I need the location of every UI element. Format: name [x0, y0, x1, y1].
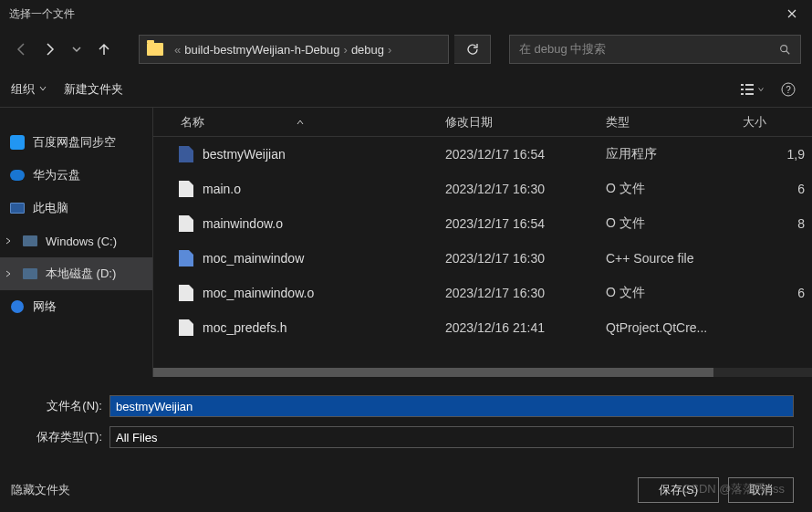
breadcrumb-seg1[interactable]: build-bestmyWeijian-h-Debug [184, 43, 339, 57]
svg-rect-1 [741, 84, 744, 86]
file-name: bestmyWeijian [203, 147, 286, 162]
view-mode-button[interactable] [739, 78, 765, 100]
toolbar: 组织 新建文件夹 ? [0, 71, 812, 108]
file-row[interactable]: moc_mainwindow.o2023/12/17 16:30O 文件6 [153, 276, 812, 310]
file-name: mainwindow.o [203, 216, 283, 231]
sidebar: 百度网盘同步空华为云盘此电脑Windows (C:)本地磁盘 (D:)网络 [0, 108, 153, 377]
help-button[interactable]: ? [776, 78, 801, 100]
sidebar-item-label: 网络 [33, 298, 57, 315]
close-button[interactable] [771, 0, 812, 27]
nav-forward[interactable] [38, 38, 60, 60]
cloud-blue-icon [9, 134, 26, 151]
window-title: 选择一个文件 [9, 6, 75, 22]
arrow-left-icon [15, 42, 29, 57]
filetype-input[interactable] [109, 426, 794, 448]
sidebar-item[interactable]: 网络 [0, 290, 152, 323]
file-date: 2023/12/17 16:54 [445, 147, 606, 162]
file-date: 2023/12/17 16:30 [445, 182, 606, 196]
save-button[interactable]: 保存(S) [638, 477, 719, 503]
file-row[interactable]: moc_mainwindow2023/12/17 16:30C++ Source… [153, 241, 812, 276]
arrow-right-icon [42, 42, 57, 57]
svg-point-0 [781, 46, 787, 52]
folder-icon [147, 43, 163, 56]
svg-rect-6 [745, 93, 754, 95]
pc-icon [9, 200, 26, 216]
file-icon [179, 319, 193, 336]
sidebar-item-label: 本地磁盘 (D:) [46, 266, 116, 282]
file-date: 2023/12/17 16:54 [445, 216, 606, 231]
chevron-right-icon: › [344, 43, 348, 57]
search-input[interactable]: 在 debug 中搜索 [509, 35, 801, 64]
col-date-header[interactable]: 修改日期 [445, 114, 606, 131]
chevron-right-icon: › [388, 43, 391, 57]
file-name: moc_mainwindow.o [203, 286, 314, 300]
file-icon [179, 215, 193, 232]
file-row[interactable]: mainwindow.o2023/12/17 16:54O 文件8 [153, 206, 812, 241]
main-area: 百度网盘同步空华为云盘此电脑Windows (C:)本地磁盘 (D:)网络 名称… [0, 108, 812, 377]
col-size-header[interactable]: 大小 [743, 114, 812, 131]
search-icon [778, 43, 791, 56]
file-size: 8 [743, 216, 812, 231]
sidebar-item[interactable]: Windows (C:) [0, 225, 152, 257]
file-row[interactable]: main.o2023/12/17 16:30O 文件6 [153, 172, 812, 206]
sidebar-item[interactable]: 本地磁盘 (D:) [0, 257, 152, 290]
file-type: 应用程序 [606, 146, 743, 162]
nav-recent[interactable] [66, 38, 88, 60]
refresh-button[interactable] [454, 35, 491, 64]
breadcrumb-prefix: « [174, 43, 181, 57]
svg-rect-3 [741, 89, 744, 90]
sidebar-item[interactable]: 此电脑 [0, 192, 152, 225]
sidebar-item[interactable]: 百度网盘同步空 [0, 126, 152, 159]
expand-icon[interactable] [2, 270, 15, 277]
chevron-down-icon [69, 42, 84, 57]
new-folder-button[interactable]: 新建文件夹 [64, 81, 123, 98]
file-row[interactable]: moc_predefs.h2023/12/16 21:41QtProject.Q… [153, 310, 812, 345]
file-type: O 文件 [606, 285, 743, 301]
chevron-down-icon [757, 81, 765, 98]
chevron-down-icon [38, 84, 47, 93]
footer: 隐藏文件夹 保存(S) 取消 [0, 465, 812, 512]
sidebar-item[interactable]: 华为云盘 [0, 159, 152, 192]
horizontal-scrollbar[interactable] [153, 368, 812, 377]
file-size: 6 [743, 182, 812, 196]
cancel-button[interactable]: 取消 [728, 477, 794, 503]
net-icon [9, 298, 26, 315]
nav-up[interactable] [93, 38, 115, 60]
sidebar-item-label: Windows (C:) [46, 235, 117, 248]
file-pane: 名称 修改日期 类型 大小 bestmyWeijian2023/12/17 16… [153, 108, 812, 377]
drive-icon [22, 266, 38, 282]
close-icon [787, 9, 796, 18]
filename-label: 文件名(N): [18, 398, 109, 414]
help-icon: ? [780, 81, 796, 98]
scroll-thumb[interactable] [153, 368, 713, 377]
titlebar: 选择一个文件 [0, 0, 812, 27]
filename-input[interactable] [109, 395, 794, 417]
breadcrumb[interactable]: « build-bestmyWeijian-h-Debug › debug › [139, 35, 449, 64]
file-type: C++ Source file [606, 251, 743, 266]
refresh-icon [465, 42, 480, 57]
organize-menu[interactable]: 组织 [11, 81, 47, 98]
file-row[interactable]: bestmyWeijian2023/12/17 16:54应用程序1,9 [153, 137, 812, 172]
col-name-header[interactable]: 名称 [153, 114, 445, 131]
file-name: moc_mainwindow [203, 251, 304, 266]
nav-back[interactable] [11, 38, 33, 60]
svg-rect-4 [745, 89, 754, 90]
hide-folders-link[interactable]: 隐藏文件夹 [11, 482, 70, 498]
expand-icon[interactable] [2, 237, 15, 245]
svg-text:?: ? [786, 85, 791, 95]
breadcrumb-seg2[interactable]: debug [351, 43, 384, 57]
file-type: O 文件 [606, 181, 743, 197]
navbar: « build-bestmyWeijian-h-Debug › debug › … [0, 27, 812, 71]
svg-rect-2 [745, 84, 754, 86]
sidebar-item-label: 此电脑 [33, 200, 68, 216]
col-type-header[interactable]: 类型 [606, 114, 743, 131]
cloud-hw-icon [9, 167, 26, 183]
drive-icon [22, 233, 38, 249]
file-list: bestmyWeijian2023/12/17 16:54应用程序1,9main… [153, 137, 812, 345]
sidebar-item-label: 百度网盘同步空 [33, 134, 116, 151]
file-icon [179, 285, 193, 301]
sidebar-item-label: 华为云盘 [33, 167, 80, 183]
column-header: 名称 修改日期 类型 大小 [153, 108, 812, 137]
file-icon [179, 250, 193, 266]
new-folder-label: 新建文件夹 [64, 81, 123, 98]
